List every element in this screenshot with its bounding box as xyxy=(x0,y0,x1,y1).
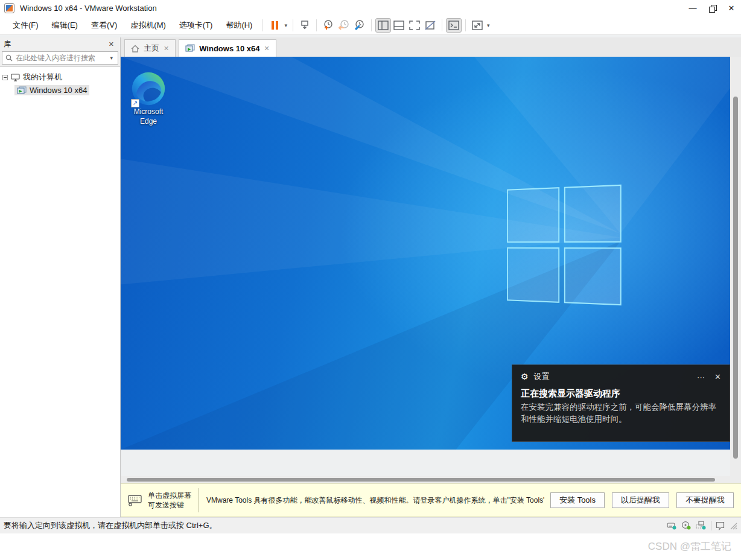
power-dropdown-caret[interactable]: ▾ xyxy=(282,22,289,28)
guest-desktop[interactable]: ↗ Microsoft Edge ⚙ 设置 ··· ✕ 正在搜索显示器驱动程序 xyxy=(121,57,730,450)
snapshot-manager-icon xyxy=(354,19,365,31)
settings-notification-toast[interactable]: ⚙ 设置 ··· ✕ 正在搜索显示器驱动程序 在安装完兼容的驱动程序之前，可能会… xyxy=(512,364,730,442)
tree-node-vm[interactable]: Windows 10 x64 xyxy=(0,84,120,97)
tab-label: 主页 xyxy=(144,43,159,54)
tab-label: Windows 10 x64 xyxy=(199,44,259,53)
tree-node-vm-selected[interactable]: Windows 10 x64 xyxy=(14,85,89,95)
horizontal-scrollbar[interactable] xyxy=(121,476,730,483)
message-log-icon[interactable] xyxy=(716,521,725,530)
title-bar: Windows 10 x64 - VMware Workstation — ✕ xyxy=(0,0,741,16)
vertical-scrollbar-thumb[interactable] xyxy=(733,97,738,459)
close-button[interactable]: ✕ xyxy=(722,0,741,16)
snapshot-add-icon xyxy=(322,19,334,31)
search-dropdown-caret[interactable]: ▾ xyxy=(108,55,115,61)
tab-home[interactable]: 主页 ✕ xyxy=(124,39,176,57)
fullscreen-button[interactable] xyxy=(407,18,422,33)
library-title: 库 xyxy=(4,39,11,49)
vmware-workstation-window: Windows 10 x64 - VMware Workstation — ✕ … xyxy=(0,0,741,560)
gear-icon: ⚙ xyxy=(521,372,529,381)
install-tools-button[interactable]: 安装 Tools xyxy=(550,492,605,508)
remind-later-button[interactable]: 以后提醒我 xyxy=(612,492,669,508)
fullscreen-icon xyxy=(409,21,420,30)
toolbar-separator xyxy=(371,19,372,31)
toast-close-button[interactable]: ✕ xyxy=(714,372,721,381)
tree-node-label: Windows 10 x64 xyxy=(30,86,87,95)
status-separator xyxy=(711,521,711,530)
take-snapshot-button[interactable] xyxy=(320,18,336,33)
library-close-button[interactable]: ✕ xyxy=(106,40,116,48)
vm-console[interactable]: ↗ Microsoft Edge ⚙ 设置 ··· ✕ 正在搜索显示器驱动程序 xyxy=(121,57,730,476)
console-view-button[interactable] xyxy=(446,18,462,33)
library-search-input[interactable]: 在此处键入内容进行搜索 ▾ xyxy=(2,51,118,65)
panel-bottom-icon xyxy=(393,21,404,30)
scrollbar-corner xyxy=(730,476,741,483)
tab-close-icon[interactable]: ✕ xyxy=(264,45,270,52)
stretch-icon xyxy=(472,21,483,30)
menu-edit[interactable]: 编辑(E) xyxy=(45,16,84,34)
device-status-icons xyxy=(667,521,737,530)
status-bar: 要将输入定向到该虚拟机，请在虚拟机内部单击或按 Ctrl+G。 xyxy=(0,517,741,533)
cd-dvd-status-icon[interactable] xyxy=(681,521,692,530)
library-tree: 我的计算机 Windows 10 x64 xyxy=(0,66,120,517)
library-header: 库 ✕ xyxy=(0,37,120,51)
shortcut-arrow-icon: ↗ xyxy=(131,99,139,107)
minimize-button[interactable]: — xyxy=(683,0,702,16)
home-icon xyxy=(131,45,139,52)
menu-tabs[interactable]: 选项卡(T) xyxy=(173,16,220,34)
csdn-watermark: CSDN @雷工笔记 xyxy=(648,539,731,553)
window-title: Windows 10 x64 - VMware Workstation xyxy=(20,4,157,13)
edge-desktop-shortcut[interactable]: ↗ Microsoft Edge xyxy=(126,71,171,126)
tab-bar: 主页 ✕ Windows 10 x64 ✕ xyxy=(121,37,741,57)
horizontal-scrollbar-thumb[interactable] xyxy=(127,478,715,482)
toolbar-separator xyxy=(465,19,466,31)
resize-grip-icon[interactable] xyxy=(729,521,737,530)
window-controls: — ✕ xyxy=(683,0,741,16)
search-icon xyxy=(5,54,13,62)
keyboard-icon xyxy=(128,494,142,506)
tab-close-icon[interactable]: ✕ xyxy=(164,45,169,52)
tab-vm[interactable]: Windows 10 x64 ✕ xyxy=(179,39,276,57)
manage-snapshots-button[interactable] xyxy=(352,18,367,33)
unity-mode-button[interactable] xyxy=(422,18,438,33)
suspend-vm-button[interactable] xyxy=(267,18,282,33)
vertical-scrollbar[interactable] xyxy=(730,57,741,476)
toast-more-button[interactable]: ··· xyxy=(697,372,705,381)
library-search-placeholder: 在此处键入内容进行搜索 xyxy=(16,53,105,63)
hard-disk-status-icon[interactable] xyxy=(667,521,677,530)
restore-icon xyxy=(709,5,716,11)
revert-snapshot-button[interactable] xyxy=(336,18,352,33)
pause-icon xyxy=(272,21,278,30)
menu-view[interactable]: 查看(V) xyxy=(84,16,124,34)
toast-app-name: 设置 xyxy=(534,371,550,382)
network-adapter-status-icon[interactable] xyxy=(696,521,707,530)
windows-logo-pane xyxy=(507,247,559,303)
tree-node-label: 我的计算机 xyxy=(23,72,62,83)
snapshot-revert-icon xyxy=(338,19,349,31)
stretch-guest-button[interactable] xyxy=(469,18,485,33)
shortcut-label: Microsoft Edge xyxy=(126,107,171,126)
library-panel: 库 ✕ 在此处键入内容进行搜索 ▾ 我的计算机 Windows 10 x64 xyxy=(0,37,121,517)
windows-logo-pane xyxy=(507,187,559,243)
windows-logo-pane xyxy=(564,185,622,243)
menu-file[interactable]: 文件(F) xyxy=(6,16,45,34)
windows-logo-wallpaper xyxy=(507,185,622,305)
show-thumbnail-bar-button[interactable] xyxy=(391,18,407,33)
page-bottom-strip: CSDN @雷工笔记 xyxy=(0,533,741,560)
show-library-button[interactable] xyxy=(375,18,391,33)
vmware-logo-icon xyxy=(5,4,14,13)
vm-running-icon xyxy=(17,86,27,95)
menu-bar: 文件(F) 编辑(E) 查看(V) 虚拟机(M) 选项卡(T) 帮助(H) ▾ xyxy=(0,16,741,35)
stretch-dropdown-caret[interactable]: ▾ xyxy=(485,22,492,28)
menu-vm[interactable]: 虚拟机(M) xyxy=(124,16,173,34)
maximize-button[interactable] xyxy=(702,0,722,16)
menu-help[interactable]: 帮助(H) xyxy=(219,16,259,34)
toolbar-separator xyxy=(442,19,442,31)
panel-left-icon xyxy=(378,21,389,30)
computer-icon xyxy=(11,74,20,81)
tools-divider xyxy=(199,488,199,512)
vmware-tools-bar: 单击虚拟屏幕 可发送按键 VMware Tools 具有很多功能，能改善鼠标移动… xyxy=(121,483,741,517)
tree-node-my-computer[interactable]: 我的计算机 xyxy=(0,71,120,84)
send-ctrl-alt-del-button[interactable] xyxy=(297,18,313,33)
toast-header: ⚙ 设置 ··· ✕ xyxy=(512,365,730,384)
never-remind-button[interactable]: 不要提醒我 xyxy=(676,492,734,508)
